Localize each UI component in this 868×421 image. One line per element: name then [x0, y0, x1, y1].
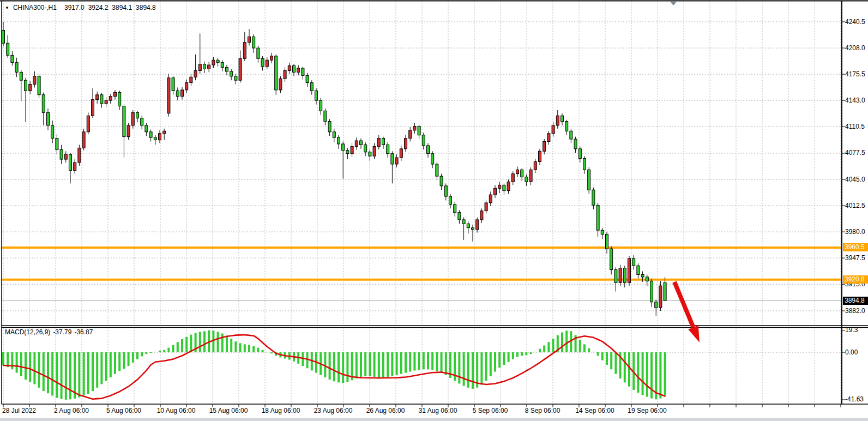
candle	[449, 196, 452, 205]
candle	[2, 31, 5, 44]
macd-bar	[588, 348, 590, 352]
macd-bar	[257, 348, 259, 352]
time-axis-label: 2 Aug 06:00	[54, 407, 89, 414]
macd-bar	[431, 352, 433, 370]
macd-bar	[150, 352, 152, 353]
candle	[266, 60, 268, 67]
symbol-title: CHINA300-,H1	[13, 4, 57, 11]
candle	[324, 111, 327, 121]
candle	[561, 116, 564, 121]
candle	[216, 60, 219, 62]
time-axis-label: 8 Sep 06:00	[525, 407, 560, 414]
candle	[592, 190, 595, 205]
candle	[494, 188, 497, 195]
macd-bar	[221, 334, 224, 352]
candle	[346, 151, 349, 154]
candle	[226, 68, 228, 71]
macd-bar	[346, 352, 348, 382]
candle	[127, 125, 130, 137]
chart-canvas[interactable]	[0, 0, 868, 421]
time-axis-label: 5 Sep 06:00	[473, 407, 508, 414]
macd-bar	[508, 352, 510, 362]
candle	[333, 132, 335, 137]
candle	[51, 125, 54, 139]
candle	[190, 77, 192, 82]
macd-bar	[29, 352, 31, 382]
candle	[507, 182, 510, 190]
macd-bar	[480, 352, 483, 385]
candle	[185, 83, 188, 90]
price-axis-hline-badge: 3960.5	[843, 243, 868, 251]
macd-bar	[270, 352, 273, 353]
macd-bar	[610, 352, 612, 369]
macd-bar	[248, 345, 250, 352]
price-axis-label: 4143.0	[845, 97, 865, 105]
macd-bar	[498, 352, 501, 368]
macd-bar	[244, 344, 246, 352]
time-axis-label: 15 Aug 06:00	[209, 407, 248, 414]
candle	[293, 66, 296, 73]
candle	[539, 151, 541, 161]
macd-bar	[25, 352, 27, 380]
macd-bar	[369, 352, 371, 376]
macd-bar	[324, 352, 326, 377]
macd-bar	[534, 352, 537, 352]
macd-bar	[145, 352, 147, 354]
macd-bar	[601, 352, 604, 360]
candle	[234, 76, 237, 80]
candle	[552, 125, 554, 134]
macd-bar	[38, 352, 40, 388]
macd-bar	[262, 350, 264, 352]
macd-bar	[418, 352, 420, 370]
price-axis-label: 4110.5	[845, 123, 865, 131]
candle	[159, 134, 161, 140]
macd-bar	[2, 352, 4, 365]
candle	[623, 268, 626, 283]
candle	[422, 135, 425, 146]
candle	[596, 205, 599, 230]
candle	[476, 220, 479, 230]
candle	[7, 43, 9, 55]
time-axis-label: 31 Aug 06:00	[419, 407, 457, 414]
macd-bar	[646, 352, 648, 396]
macd-bar	[217, 332, 219, 352]
candle	[310, 83, 313, 91]
candle	[167, 78, 170, 113]
candle	[601, 230, 604, 234]
macd-bar	[458, 352, 460, 383]
macd-bar	[547, 342, 550, 352]
macd-bar	[490, 352, 492, 376]
macd-bar	[83, 352, 85, 395]
macd-bar	[56, 352, 58, 398]
macd-bar	[543, 345, 545, 352]
candle	[431, 154, 434, 164]
macd-bar	[43, 352, 45, 391]
candle	[373, 146, 376, 156]
candle	[632, 258, 635, 266]
candle	[172, 78, 174, 91]
macd-bar	[230, 339, 232, 352]
macd-bar	[337, 352, 340, 382]
candle	[42, 95, 45, 113]
symbol-dropdown-icon[interactable]: ▼	[5, 5, 9, 10]
time-axis-label: 14 Sep 06:00	[575, 407, 614, 414]
macd-bar	[11, 352, 13, 369]
candle	[521, 170, 523, 177]
candle	[369, 152, 371, 156]
macd-bar	[141, 352, 143, 356]
macd-bar	[96, 352, 98, 388]
macd-bar	[521, 352, 523, 356]
macd-bar	[445, 352, 447, 375]
candle	[25, 80, 27, 91]
ohlc-close: 3894.8	[136, 4, 156, 11]
candle	[395, 158, 398, 164]
chart-window: ▼CHINA300-,H13917.03924.23894.13894.8 MA…	[0, 0, 868, 421]
macd-bar	[355, 352, 358, 378]
macd-bar	[503, 352, 505, 365]
macd-bar	[47, 352, 49, 393]
candle	[60, 149, 63, 159]
macd-bar	[226, 336, 228, 352]
candle	[114, 92, 117, 96]
macd-bar	[33, 352, 35, 384]
macd-bar	[199, 332, 201, 352]
